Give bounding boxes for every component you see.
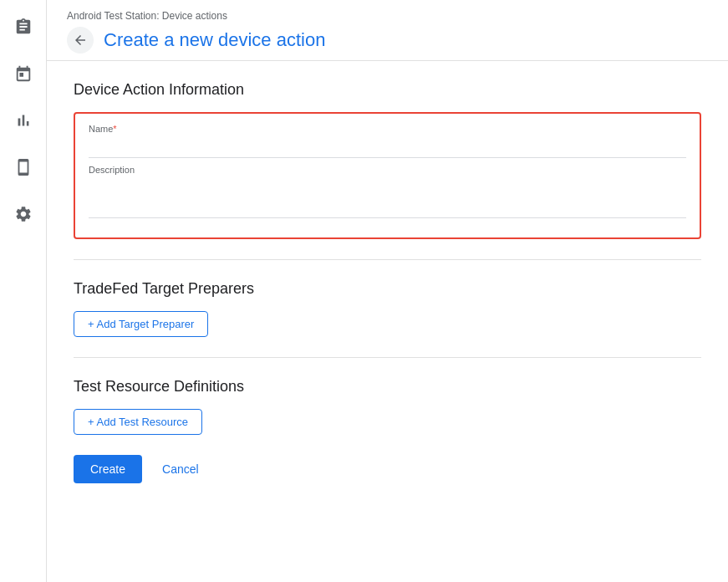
test-resource-section: Test Resource Definitions + Add Test Res…: [74, 378, 701, 435]
header: Android Test Station: Device actions Cre…: [47, 0, 728, 61]
description-field-group: Description: [89, 165, 686, 221]
sidebar: [0, 0, 47, 582]
sidebar-item-devices[interactable]: [10, 154, 37, 181]
create-button[interactable]: Create: [74, 455, 142, 483]
breadcrumb: Android Test Station: Device actions: [67, 10, 708, 22]
tradefed-section: TradeFed Target Preparers + Add Target P…: [74, 280, 701, 337]
test-resource-section-title: Test Resource Definitions: [74, 378, 701, 396]
cancel-button[interactable]: Cancel: [152, 455, 209, 483]
name-label: Name*: [89, 124, 686, 134]
action-row: Create Cancel: [74, 455, 701, 483]
name-field-group: Name*: [89, 124, 686, 158]
divider-1: [74, 259, 701, 260]
back-button[interactable]: [67, 27, 94, 54]
name-input[interactable]: [89, 137, 686, 158]
fields-container: Name* Description: [74, 112, 701, 239]
tradefed-section-title: TradeFed Target Preparers: [74, 280, 701, 298]
device-action-section-title: Device Action Information: [74, 81, 701, 99]
divider-2: [74, 357, 701, 358]
description-label: Description: [89, 165, 686, 175]
add-test-resource-button[interactable]: + Add Test Resource: [74, 409, 202, 435]
name-required-indicator: *: [113, 124, 116, 134]
main-content: Android Test Station: Device actions Cre…: [47, 0, 728, 582]
page-title-row: Create a new device action: [67, 27, 708, 54]
sidebar-item-analytics[interactable]: [10, 107, 37, 134]
content-area: Device Action Information Name* Descript…: [47, 61, 728, 582]
sidebar-item-schedule[interactable]: [10, 60, 37, 87]
add-target-preparer-button[interactable]: + Add Target Preparer: [74, 311, 208, 337]
page-title: Create a new device action: [104, 29, 325, 51]
description-input[interactable]: [89, 178, 686, 218]
sidebar-item-settings[interactable]: [10, 201, 37, 227]
sidebar-item-test-plans[interactable]: [10, 13, 37, 40]
device-action-info-section: Device Action Information Name* Descript…: [74, 81, 701, 239]
